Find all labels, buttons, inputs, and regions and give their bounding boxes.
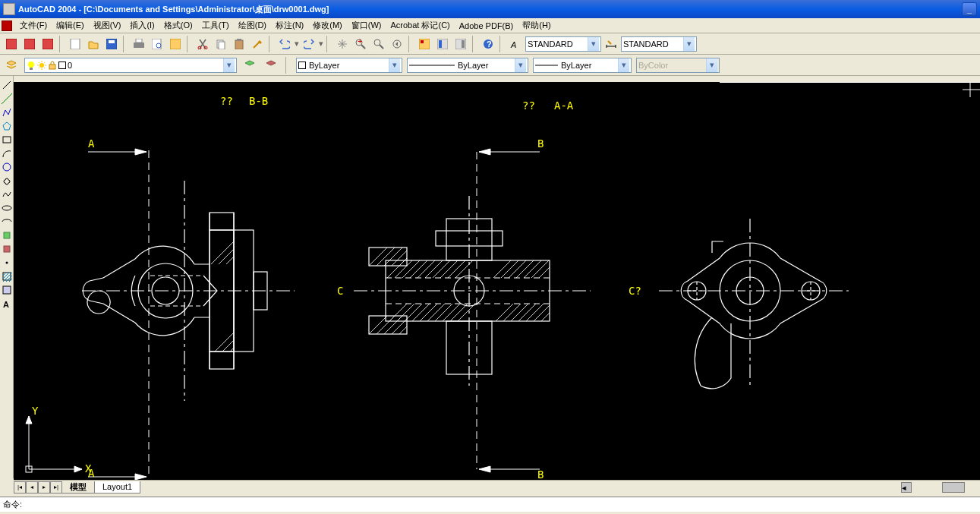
svg-point-32: [39, 63, 44, 68]
svg-text:?: ?: [487, 39, 492, 49]
section-aa-q: ??: [522, 99, 535, 112]
command-line[interactable]: 命令:: [0, 497, 980, 512]
undo-icon[interactable]: [276, 36, 293, 52]
menu-acrobat[interactable]: Acrobat 标记(C): [386, 18, 455, 33]
color-dropdown[interactable]: ByLayer ▾: [296, 58, 402, 73]
window-title: AutoCAD 2004 - [C:\Documents and Setting…: [18, 4, 329, 15]
ellipse-icon[interactable]: [1, 202, 13, 214]
menu-file[interactable]: 文件(F): [15, 18, 52, 33]
cut-icon[interactable]: [194, 36, 211, 52]
properties-icon[interactable]: [416, 36, 433, 52]
make-block-icon[interactable]: [1, 243, 13, 255]
bulb-on-icon: [27, 61, 36, 70]
linetype-value: ByLayer: [458, 61, 488, 70]
svg-rect-45: [3, 286, 11, 294]
pdf-export-icon[interactable]: [21, 36, 38, 52]
zoom-realtime-icon[interactable]: +: [352, 36, 369, 52]
linetype-dropdown[interactable]: ByLayer ▾: [407, 58, 528, 73]
xline-icon[interactable]: [1, 93, 13, 105]
svg-point-30: [28, 61, 34, 68]
drawing-area[interactable]: Y X ?? B-B ?? A-A A A B B C C?: [14, 82, 980, 480]
rectangle-icon[interactable]: [1, 134, 13, 146]
region-icon[interactable]: [1, 284, 13, 296]
redo-icon[interactable]: [301, 36, 317, 52]
layer-states-icon[interactable]: [263, 57, 279, 74]
dim-style-dropdown[interactable]: STANDARD▾: [621, 36, 697, 52]
menu-format[interactable]: 格式(O): [159, 18, 197, 33]
layer-dropdown[interactable]: 0 ▾: [24, 58, 237, 73]
designcenter-icon[interactable]: [434, 36, 451, 52]
print-icon[interactable]: [131, 36, 147, 52]
paste-icon[interactable]: [231, 36, 247, 52]
svg-rect-31: [30, 68, 33, 70]
hatch-icon[interactable]: [1, 270, 13, 282]
layer-color-swatch: [58, 61, 66, 69]
svg-rect-1: [24, 39, 35, 49]
layer-prev-icon[interactable]: [241, 57, 258, 74]
menu-draw[interactable]: 绘图(D): [234, 18, 271, 33]
svg-rect-54: [210, 352, 234, 369]
menu-dimension[interactable]: 标注(N): [271, 18, 308, 33]
svg-rect-16: [237, 39, 241, 41]
tab-next-icon[interactable]: ▸: [38, 481, 50, 494]
menu-adobe[interactable]: Adobe PDF(B): [455, 20, 518, 32]
ellipse-arc-icon[interactable]: [1, 216, 13, 228]
textstyle-icon[interactable]: A: [507, 36, 524, 52]
menu-tools[interactable]: 工具(T): [197, 18, 234, 33]
linetype-preview: [409, 62, 455, 68]
svg-rect-22: [421, 40, 424, 43]
copy-icon[interactable]: [213, 36, 229, 52]
tab-prev-icon[interactable]: ◂: [26, 481, 38, 494]
new-icon[interactable]: [67, 36, 84, 52]
app-icon: [3, 3, 15, 15]
publish-icon[interactable]: [167, 36, 184, 52]
preview-icon[interactable]: [149, 36, 165, 52]
menu-modify[interactable]: 修改(M): [308, 18, 347, 33]
polygon-icon[interactable]: [1, 120, 13, 132]
ucs-y-label: Y: [32, 405, 39, 417]
draw-toolbar: A: [0, 76, 14, 478]
spline-icon[interactable]: [1, 188, 13, 200]
tab-last-icon[interactable]: ▸|: [50, 481, 62, 494]
pdf-attach-icon[interactable]: [39, 36, 56, 52]
match-icon[interactable]: [249, 36, 266, 52]
lineweight-dropdown[interactable]: ByLayer ▾: [533, 58, 632, 73]
menu-window[interactable]: 窗口(W): [347, 18, 386, 33]
line-icon[interactable]: [1, 79, 13, 91]
menu-view[interactable]: 视图(V): [89, 18, 126, 33]
text-style-dropdown[interactable]: STANDARD▾: [525, 36, 601, 52]
arc-icon[interactable]: [1, 147, 13, 159]
menu-help[interactable]: 帮助(H): [518, 18, 555, 33]
pan-icon[interactable]: [334, 36, 351, 52]
toolpalette-icon[interactable]: [452, 36, 469, 52]
zoom-window-icon[interactable]: [370, 36, 387, 52]
scroll-thumb[interactable]: [942, 482, 965, 493]
svg-rect-41: [4, 232, 10, 238]
plotstyle-dropdown: ByColor ▾: [636, 58, 720, 73]
tab-first-icon[interactable]: |◂: [14, 481, 26, 494]
svg-rect-24: [439, 40, 442, 48]
minimize-button[interactable]: _: [962, 2, 977, 16]
save-icon[interactable]: [103, 36, 120, 52]
help-icon[interactable]: ?: [480, 36, 496, 52]
insert-block-icon[interactable]: [1, 229, 13, 241]
dimstyle-icon[interactable]: [603, 36, 619, 52]
svg-text:A: A: [3, 300, 9, 309]
horizontal-scrollbar[interactable]: ◂: [140, 482, 980, 493]
zoom-prev-icon[interactable]: [389, 36, 405, 52]
pline-icon[interactable]: [1, 106, 13, 118]
revcloud-icon[interactable]: [1, 175, 13, 187]
pdf-icon[interactable]: [3, 36, 20, 52]
text-icon[interactable]: A: [1, 298, 13, 310]
layer-manager-icon[interactable]: [3, 57, 20, 74]
circle-icon[interactable]: [1, 161, 13, 173]
section-bb-q: ??: [220, 95, 233, 107]
menu-insert[interactable]: 插入(I): [125, 18, 159, 33]
open-icon[interactable]: [85, 36, 102, 52]
tab-layout1[interactable]: Layout1: [94, 481, 140, 494]
tab-model[interactable]: 模型: [61, 481, 95, 494]
svg-point-39: [3, 163, 11, 171]
point-icon[interactable]: [1, 257, 13, 269]
scroll-left-icon[interactable]: ◂: [901, 482, 912, 493]
menu-edit[interactable]: 编辑(E): [52, 18, 89, 33]
